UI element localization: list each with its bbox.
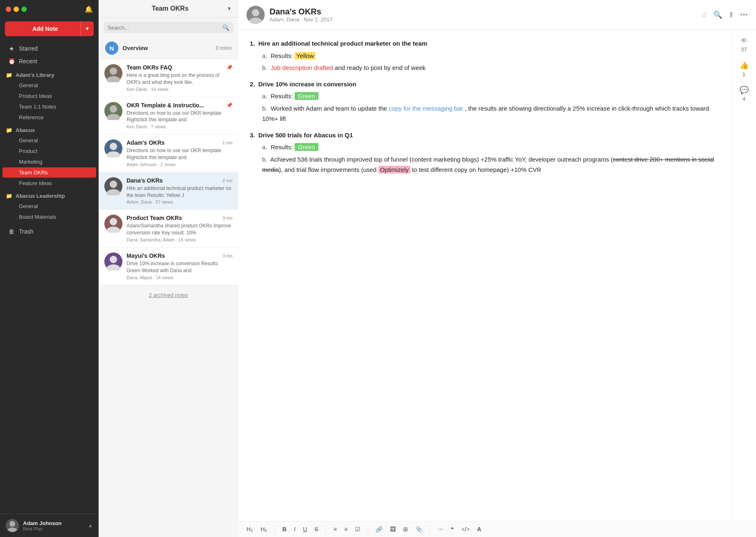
sidebar-item-general-adams[interactable]: General [2, 80, 96, 90]
maximize-button[interactable] [21, 7, 27, 12]
note-list-chevron-icon[interactable]: ▼ [227, 6, 232, 12]
search-input[interactable] [108, 25, 220, 31]
text-3b-3: to test different copy on homepage) +10%… [410, 166, 542, 173]
sidebar-item-general-leadership[interactable]: General [2, 201, 96, 211]
note-item-adams-okrs[interactable]: Adam's OKRs 1 mo Directions on how to us… [99, 134, 238, 172]
add-note-label: Add Note [5, 25, 81, 32]
note-meta-adams: Adam Johnson · 2 views [127, 162, 233, 167]
archived-notes-link[interactable]: 2 archived notes [99, 285, 238, 305]
main-content-list: 1. Hire an additional technical product … [250, 38, 720, 175]
note-item-danas-okrs[interactable]: Dana's OKRs 2 mo Hire an additional tech… [99, 172, 238, 210]
sidebar-item-team-11-notes[interactable]: Team 1:1 Notes [2, 102, 96, 112]
format-strikethrough-button[interactable]: S [313, 525, 320, 534]
chevron-up-icon[interactable]: ▲ [88, 523, 93, 528]
note-title-adams: Adam's OKRs [127, 139, 165, 146]
notes-scroll: Team OKRs FAQ 📌 Here is a great blog pos… [99, 59, 238, 537]
stat-likes[interactable]: 👍 1 [740, 61, 749, 77]
note-preview-product: Adam/Samantha shared product OKRs Improv… [127, 222, 233, 236]
sidebar-item-feature-ideas[interactable]: Feature Ideas [2, 178, 96, 188]
user-info: Adam Johnson Beta Plan [23, 520, 84, 531]
abacus-leadership-label: Abacus Leadership [16, 193, 65, 199]
format-h1-button[interactable]: H₁ [245, 525, 255, 534]
add-note-button[interactable]: Add Note ▼ [5, 21, 94, 36]
format-font-button[interactable]: A [475, 525, 483, 534]
sidebar-item-reference[interactable]: Reference [2, 112, 96, 123]
note-item-product-team[interactable]: Product Team OKRs 3 mo Adam/Samantha sha… [99, 210, 238, 248]
sidebar-item-starred[interactable]: ★ Starred [2, 42, 96, 55]
sidebar-item-starred-label: Starred [19, 45, 38, 52]
sidebar-item-team-okrs[interactable]: Team OKRs [2, 167, 96, 178]
thumbs-up-icon[interactable]: 👍 [740, 61, 749, 70]
svg-point-15 [252, 9, 259, 16]
close-button[interactable] [6, 7, 11, 12]
notifications-icon[interactable]: 🔔 [85, 5, 93, 13]
note-item-team-okrs-faq[interactable]: Team OKRs FAQ 📌 Here is a great blog pos… [99, 59, 238, 97]
note-preview-faq: Here is a great blog post on the process… [127, 72, 233, 86]
sub-1b: b. Job description drafted and ready to … [262, 62, 720, 73]
star-toolbar-icon[interactable]: ☆ [701, 10, 708, 19]
note-item-mayui[interactable]: Mayui's OKRs 3 mo Drive 10% increase in … [99, 248, 238, 285]
format-numbered-list-button[interactable]: ≡ [343, 525, 349, 534]
note-header-template: OKR Template & Instructio... 📌 [127, 102, 233, 109]
format-table-button[interactable]: ⊞ [401, 525, 410, 534]
notebook-row: N Overview 8 notes [99, 37, 238, 59]
sidebar-item-board-materials[interactable]: Board Materials [2, 212, 96, 222]
result-text-2a: Results: [271, 93, 295, 100]
format-link-button[interactable]: 🔗 [374, 525, 384, 534]
sidebar-item-trash[interactable]: 🗑 Trash [2, 225, 96, 238]
sidebar-item-product-ideas[interactable]: Product Ideas [2, 91, 96, 101]
svg-point-8 [110, 181, 117, 188]
note-avatar-mayui [104, 252, 122, 271]
section-adams-library[interactable]: 📁 Adam's Library [0, 68, 99, 80]
add-note-chevron-icon[interactable]: ▼ [81, 21, 94, 36]
user-name: Adam Johnson [23, 520, 84, 526]
format-bullet-list-button[interactable]: ≡ [332, 525, 339, 534]
comments-count: 4 [742, 96, 745, 102]
note-avatar-ken1 [104, 64, 122, 82]
text-1b-cont: and ready to post by end of week [335, 64, 426, 71]
note-body[interactable]: 1. Hire an additional technical product … [238, 30, 731, 521]
stat-comments[interactable]: 💬 4 [740, 86, 749, 102]
format-h2-button[interactable]: H₂ [259, 525, 269, 534]
zoom-in-icon[interactable]: 🔍 [713, 10, 722, 19]
folder-icon-abacus: 📁 [6, 127, 12, 133]
section-abacus-leadership[interactable]: 📁 Abacus Leadership [0, 189, 99, 201]
note-content-mayui: Mayui's OKRs 3 mo Drive 10% increase in … [127, 252, 233, 280]
sidebar-item-general-abacus[interactable]: General [2, 135, 96, 146]
sidebar-item-recent[interactable]: ⏰ Recent [2, 55, 96, 67]
folder-icon-leadership: 📁 [6, 193, 12, 199]
format-code-button[interactable]: </> [460, 525, 471, 534]
sidebar-footer: Adam Johnson Beta Plan ▲ [0, 514, 99, 537]
minimize-button[interactable] [14, 7, 19, 12]
format-attachment-button[interactable]: 📎 [414, 525, 424, 534]
format-checkbox-button[interactable]: ☑ [353, 525, 362, 534]
format-more-button[interactable]: ⋯ [436, 525, 445, 534]
note-item-okr-template[interactable]: OKR Template & Instructio... 📌 Direction… [99, 97, 238, 135]
link-2b[interactable]: copy for the messaging bar [389, 105, 463, 112]
separator-2 [326, 525, 326, 533]
list-item-2: 2. Drive 10% increase in conversion a. R… [250, 79, 720, 124]
sidebar-item-marketing[interactable]: Marketing [2, 157, 96, 167]
format-bold-button[interactable]: B [281, 525, 288, 534]
comment-icon[interactable]: 💬 [740, 86, 749, 95]
note-author-avatar [247, 6, 265, 24]
svg-point-12 [110, 256, 117, 263]
text-2b-1: Worked with Adam and team to update the [271, 105, 389, 112]
format-quote-button[interactable]: ❝ [449, 525, 456, 534]
more-options-icon[interactable]: ••• [740, 11, 748, 19]
sidebar-nav: ★ Starred ⏰ Recent 📁 Adam's Library Gene… [0, 39, 99, 514]
svg-point-11 [107, 227, 120, 233]
num-3: 3. [250, 132, 255, 139]
svg-point-3 [107, 76, 120, 82]
format-italic-button[interactable]: I [292, 525, 297, 534]
section-abacus[interactable]: 📁 Abacus [0, 123, 99, 135]
notebook-icon: N [105, 42, 118, 55]
format-image-button[interactable]: 🖼 [388, 525, 397, 534]
list-item-3: 3. Drive 500 trials for Abacus in Q1 a. … [250, 130, 720, 175]
sidebar-item-product[interactable]: Product [2, 146, 96, 156]
share-icon[interactable]: ⬆ [728, 10, 734, 19]
format-underline-button[interactable]: U [301, 525, 309, 534]
note-content-product: Product Team OKRs 3 mo Adam/Samantha sha… [127, 215, 233, 242]
note-content-adams: Adam's OKRs 1 mo Directions on how to us… [127, 139, 233, 167]
svg-point-6 [110, 143, 117, 150]
